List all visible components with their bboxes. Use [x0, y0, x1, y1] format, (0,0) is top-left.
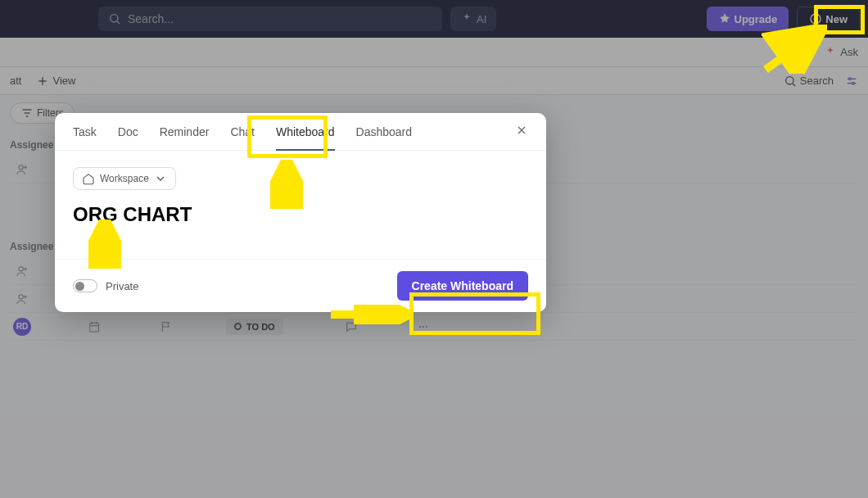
create-whiteboard-button[interactable]: Create Whiteboard: [397, 271, 528, 301]
home-icon: [82, 172, 95, 185]
tab-dashboard[interactable]: Dashboard: [356, 113, 413, 150]
close-icon: [515, 124, 528, 137]
private-label: Private: [106, 280, 138, 292]
location-label: Workspace: [100, 173, 149, 184]
tab-task[interactable]: Task: [73, 113, 97, 150]
location-selector[interactable]: Workspace: [73, 167, 176, 190]
title-input[interactable]: [73, 203, 528, 226]
chevron-down-icon: [154, 172, 167, 185]
private-toggle[interactable]: [73, 279, 97, 292]
modal-tabs: Task Doc Reminder Chat Whiteboard Dashbo…: [55, 113, 546, 151]
tab-reminder[interactable]: Reminder: [160, 113, 210, 150]
tab-doc[interactable]: Doc: [118, 113, 138, 150]
create-modal: Task Doc Reminder Chat Whiteboard Dashbo…: [55, 113, 546, 312]
modal-close-button[interactable]: [515, 124, 528, 140]
tab-chat[interactable]: Chat: [230, 113, 255, 150]
tab-whiteboard[interactable]: Whiteboard: [276, 113, 335, 150]
